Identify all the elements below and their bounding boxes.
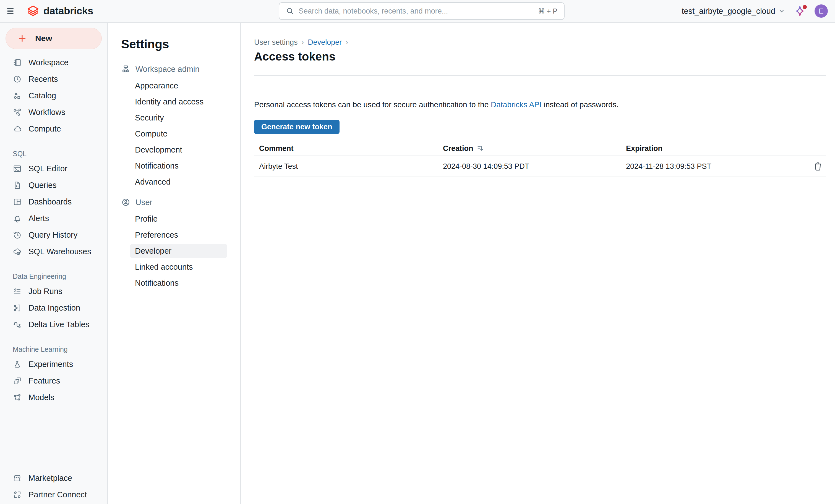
settings-item-advanced[interactable]: Advanced	[130, 175, 227, 189]
catalog-icon	[13, 91, 22, 100]
settings-group-label: User	[136, 198, 152, 207]
title-divider	[254, 75, 826, 76]
column-header-comment: Comment	[254, 144, 438, 153]
workspace-name: test_airbyte_google_cloud	[681, 7, 775, 16]
sidebar-item-data-ingestion[interactable]: Data Ingestion	[0, 299, 107, 316]
hamburger-menu-icon[interactable]	[7, 5, 18, 17]
token-row: Airbyte Test 2024-08-30 14:09:53 PDT 202…	[254, 156, 826, 177]
data-ingestion-icon	[13, 303, 22, 313]
sidebar-item-partner-connect[interactable]: Partner Connect	[0, 486, 107, 503]
sidebar-item-job-runs[interactable]: Job Runs	[0, 283, 107, 299]
search-icon	[286, 7, 294, 15]
settings-item-notifications[interactable]: Notifications	[130, 159, 227, 173]
sidebar-item-label: Workspace	[28, 58, 68, 67]
sidebar-item-label: Alerts	[28, 214, 49, 223]
sidebar-item-dashboards[interactable]: Dashboards	[0, 193, 107, 210]
sidebar-item-recents[interactable]: Recents	[0, 71, 107, 87]
breadcrumb-user-settings[interactable]: User settings	[254, 38, 298, 47]
main-content: User settings › Developer › Access token…	[241, 23, 835, 504]
generate-new-token-button[interactable]: Generate new token	[254, 120, 340, 134]
user-items: Profile Preferences Developer Linked acc…	[108, 212, 240, 290]
bell-icon	[13, 214, 22, 223]
sidebar-item-label: Dashboards	[28, 197, 72, 206]
column-header-creation[interactable]: Creation	[438, 144, 621, 153]
breadcrumb-developer[interactable]: Developer	[308, 38, 342, 47]
sidebar-item-models[interactable]: Models	[0, 389, 107, 406]
sidebar-item-query-history[interactable]: Query History	[0, 227, 107, 243]
sidebar-item-label: Query History	[28, 230, 77, 239]
clock-icon	[13, 75, 22, 84]
settings-item-identity-and-access[interactable]: Identity and access	[130, 94, 227, 109]
brand-wordmark: databricks	[43, 5, 93, 17]
user-avatar[interactable]: E	[815, 4, 828, 18]
tokens-description: Personal access tokens can be used for s…	[254, 100, 826, 110]
settings-item-development[interactable]: Development	[130, 143, 227, 157]
sidebar-item-compute[interactable]: Compute	[0, 121, 107, 137]
sidebar-item-label: Delta Live Tables	[28, 320, 89, 329]
new-button[interactable]: New	[5, 28, 102, 49]
sidebar-item-label: Models	[28, 393, 55, 402]
dashboards-icon	[13, 197, 22, 206]
workspace-icon	[13, 58, 22, 67]
sidebar-section-machine-learning: Machine Learning	[0, 343, 107, 356]
features-icon	[13, 376, 22, 385]
search-input[interactable]	[299, 7, 534, 16]
sidebar-item-workflows[interactable]: Workflows	[0, 104, 107, 121]
topbar-right: test_airbyte_google_cloud E	[681, 4, 835, 18]
sidebar-item-label: Recents	[28, 75, 58, 84]
queries-icon	[13, 181, 22, 190]
databricks-app: databricks ⌘ + P test_airbyte_google_clo…	[0, 0, 835, 504]
sql-warehouses-icon	[13, 247, 22, 256]
sidebar-item-label: Job Runs	[28, 287, 62, 296]
sidebar-item-queries[interactable]: Queries	[0, 177, 107, 193]
sidebar-section-data-engineering: Data Engineering	[0, 270, 107, 283]
pipeline-icon	[13, 320, 22, 329]
workspace-selector[interactable]: test_airbyte_google_cloud	[681, 7, 785, 16]
new-button-label: New	[35, 34, 52, 43]
sidebar-item-label: Catalog	[28, 91, 56, 100]
sidebar-item-label: Workflows	[28, 108, 65, 117]
databricks-logo-mark	[26, 5, 40, 18]
sidebar-item-label: SQL Warehouses	[28, 247, 91, 256]
sidebar-item-catalog[interactable]: Catalog	[0, 87, 107, 104]
settings-title: Settings	[121, 37, 240, 52]
sidebar-item-sql-warehouses[interactable]: SQL Warehouses	[0, 243, 107, 260]
delete-token-button[interactable]	[812, 160, 824, 172]
sort-descending-icon[interactable]	[477, 145, 484, 152]
search-shortcut: ⌘ + P	[538, 7, 557, 15]
assistant-sparkle-icon[interactable]	[794, 5, 806, 17]
databricks-api-link[interactable]: Databricks API	[491, 100, 542, 109]
settings-item-profile[interactable]: Profile	[130, 212, 227, 226]
token-expiration: 2024-11-28 13:09:53 PST	[621, 162, 805, 171]
sidebar-item-alerts[interactable]: Alerts	[0, 210, 107, 227]
sidebar-section-sql: SQL	[0, 147, 107, 160]
settings-item-user-notifications[interactable]: Notifications	[130, 276, 227, 290]
access-tokens-table: Comment Creation Expiration Airbyte Test…	[254, 141, 826, 177]
description-text: Personal access tokens can be used for s…	[254, 100, 491, 109]
settings-item-appearance[interactable]: Appearance	[130, 79, 227, 93]
token-creation: 2024-08-30 14:09:53 PDT	[438, 162, 621, 171]
global-search[interactable]: ⌘ + P	[279, 2, 565, 20]
description-text: instead of passwords.	[542, 100, 619, 109]
sql-editor-icon	[13, 164, 22, 173]
settings-group-workspace-admin: Workspace admin	[108, 62, 240, 76]
settings-item-compute[interactable]: Compute	[130, 127, 227, 141]
sidebar-item-label: Experiments	[28, 360, 73, 369]
sidebar-item-sql-editor[interactable]: SQL Editor	[0, 160, 107, 177]
sidebar-item-workspace[interactable]: Workspace	[0, 54, 107, 71]
sidebar-item-delta-live-tables[interactable]: Delta Live Tables	[0, 316, 107, 333]
sidebar-item-marketplace[interactable]: Marketplace	[0, 470, 107, 486]
databricks-logo[interactable]: databricks	[26, 5, 93, 18]
settings-item-preferences[interactable]: Preferences	[130, 228, 227, 242]
settings-item-linked-accounts[interactable]: Linked accounts	[130, 260, 227, 274]
settings-item-developer[interactable]: Developer	[130, 244, 227, 258]
settings-item-security[interactable]: Security	[130, 110, 227, 125]
user-icon	[121, 197, 130, 207]
org-icon	[121, 64, 130, 74]
settings-nav: Settings Workspace admin Appearance Iden…	[108, 23, 241, 504]
trash-icon	[813, 161, 823, 172]
table-header-row: Comment Creation Expiration	[254, 141, 826, 156]
sidebar-item-experiments[interactable]: Experiments	[0, 356, 107, 373]
sidebar-item-features[interactable]: Features	[0, 373, 107, 389]
job-runs-icon	[13, 287, 22, 296]
